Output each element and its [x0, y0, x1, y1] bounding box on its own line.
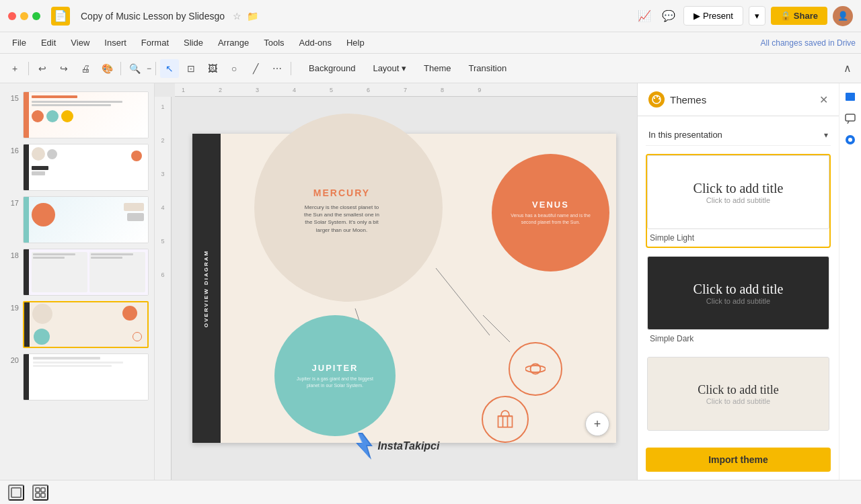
app-icon: 📄 [51, 7, 70, 26]
svg-rect-22 [41, 488, 45, 492]
svg-point-19 [848, 138, 852, 142]
side-icon-3[interactable] [842, 132, 858, 148]
menu-arrange[interactable]: Arrange [211, 35, 256, 50]
theme2-subtitle-text: Click to add subtitle [706, 297, 770, 305]
folder-icon[interactable]: 📁 [247, 11, 258, 22]
themes-section-header[interactable]: In this presentation ▾ [646, 124, 831, 146]
grid-view-button[interactable] [32, 485, 48, 501]
slide-thumb-20[interactable] [23, 353, 149, 401]
venus-text: Venus has a beautiful name and is the se… [507, 212, 595, 226]
menu-addons[interactable]: Add-ons [293, 35, 338, 50]
ruler-mark: 5 [161, 238, 164, 245]
add-slide-button[interactable]: + [585, 412, 609, 436]
shape-tool[interactable]: ○ [225, 59, 244, 78]
analytics-icon[interactable]: 📈 [635, 7, 654, 26]
menu-insert[interactable]: Insert [98, 35, 133, 50]
share-button[interactable]: 🔒 Share [771, 7, 827, 25]
menu-help[interactable]: Help [340, 35, 371, 50]
jupiter-title: JUPITER [312, 363, 359, 373]
avatar[interactable]: 👤 [833, 6, 853, 26]
svg-rect-21 [36, 488, 40, 492]
redo-button[interactable]: ↪ [54, 59, 73, 78]
toolbar-right: Background Layout ▾ Theme Transition [301, 60, 515, 76]
undo-button[interactable]: ↩ [33, 59, 52, 78]
slide-thumb-16[interactable] [23, 144, 149, 191]
planet-icon [525, 359, 546, 379]
slide-thumb-18[interactable] [23, 249, 149, 296]
menu-slide[interactable]: Slide [177, 35, 210, 50]
slide-item-19[interactable]: 19 [0, 298, 154, 351]
menu-tools[interactable]: Tools [257, 35, 291, 50]
print-button[interactable]: 🖨 [76, 59, 95, 78]
ruler-mark: 6 [161, 271, 164, 278]
slide-item-20[interactable]: 20 [0, 351, 154, 403]
slide-thumb-19[interactable] [23, 301, 149, 348]
slide-item-15[interactable]: 15 [0, 89, 154, 141]
theme-button[interactable]: Theme [416, 60, 459, 76]
slide-item-17[interactable]: 17 [0, 194, 154, 246]
theme1-subtitle-text: Click to add subtitle [706, 196, 770, 204]
more-tools[interactable]: ⋯ [268, 59, 287, 78]
present-arrow-button[interactable]: ▾ [749, 6, 765, 26]
side-icon-2[interactable] [842, 110, 858, 126]
doc-title: Copy of Music Lesson by Slidesgo [81, 11, 225, 22]
themes-close-button[interactable]: ✕ [819, 93, 828, 106]
grid-single-icon [11, 487, 22, 498]
toolbar-collapse[interactable]: ∧ [839, 60, 856, 77]
add-button[interactable]: + [5, 59, 24, 78]
zoom-out-button[interactable]: 🔍 [125, 59, 144, 78]
layout-button[interactable]: Layout ▾ [365, 60, 414, 76]
watermark-text: InstaTakipci [378, 440, 440, 452]
background-button[interactable]: Background [301, 60, 363, 76]
image-tool[interactable]: 🖼 [203, 59, 222, 78]
slide-item-16[interactable]: 16 [0, 141, 154, 194]
bottom-bar [0, 480, 861, 504]
slide-canvas[interactable]: OVERVIEW DIAGRAM MERCURY Mercury is the … [192, 134, 616, 443]
svg-rect-23 [36, 493, 40, 497]
slide-thumb-17[interactable] [23, 196, 149, 243]
theme1-name: Simple Light [647, 229, 829, 247]
ruler-mark: 7 [404, 87, 407, 93]
transition-button[interactable]: Transition [461, 60, 515, 76]
themes-content: In this presentation ▾ Click to add titl… [638, 116, 839, 442]
header-right: 📈 💬 ▶ Present ▾ 🔒 Share 👤 [635, 6, 853, 26]
line-tool[interactable]: ╱ [246, 59, 265, 78]
side-icons [839, 83, 861, 480]
menu-view[interactable]: View [64, 35, 96, 50]
menu-file[interactable]: File [5, 35, 33, 50]
slide-num-15: 15 [5, 91, 19, 102]
maximize-button[interactable] [32, 12, 40, 20]
menu-format[interactable]: Format [135, 35, 176, 50]
paint-format-button[interactable]: 🎨 [98, 59, 116, 78]
slide-num-20: 20 [5, 353, 19, 364]
theme3-subtitle-text: Click to add subtitle [706, 397, 770, 405]
side-icon-1[interactable] [842, 89, 858, 105]
select-tool[interactable]: ↖ [160, 59, 179, 78]
separator3 [155, 62, 156, 75]
ruler-mark: 3 [161, 171, 164, 177]
comment-icon[interactable]: 💬 [659, 7, 678, 26]
slide-thumb-15[interactable] [23, 91, 149, 138]
theme-card-simple-dark[interactable]: Click to add title Click to add subtitle… [646, 255, 831, 349]
watermark-icon [352, 433, 373, 460]
minimize-button[interactable] [20, 12, 28, 20]
theme-card-simple-light[interactable]: Click to add title Click to add subtitle… [646, 154, 831, 248]
textbox-tool[interactable]: ⊡ [182, 59, 200, 78]
present-button[interactable]: ▶ Present [683, 6, 743, 26]
star-icon[interactable]: ☆ [233, 11, 241, 22]
menu-edit[interactable]: Edit [34, 35, 63, 50]
main-area: 15 [0, 83, 861, 480]
slide-view-button[interactable] [8, 485, 24, 501]
theme2-title-text: Click to add title [694, 282, 784, 297]
ruler-mark: 5 [330, 87, 333, 93]
import-theme-button[interactable]: Import theme [646, 448, 831, 472]
theme-preview-beige: Click to add title Click to add subtitle [647, 357, 829, 431]
slide-num-18: 18 [5, 249, 19, 259]
themes-section-label: In this presentation [648, 130, 824, 140]
svg-line-3 [483, 315, 510, 342]
title-icons: ☆ 📁 [233, 11, 258, 22]
theme-card-beige[interactable]: Click to add title Click to add subtitle [646, 355, 831, 432]
slide-item-18[interactable]: 18 [0, 246, 154, 298]
close-button[interactable] [8, 12, 16, 20]
ruler-top: 1 2 3 4 5 6 7 8 9 [175, 83, 637, 97]
